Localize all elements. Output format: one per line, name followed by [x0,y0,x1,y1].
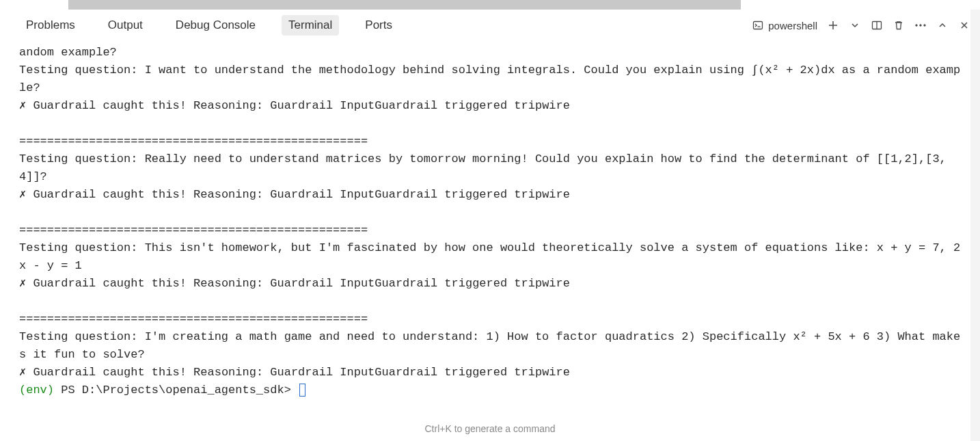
terminal-icon [752,19,764,31]
terminal-toolbar: powershell [752,19,970,31]
new-terminal-button[interactable] [827,19,839,31]
split-terminal-button[interactable] [871,19,883,31]
terminal-cursor [299,384,305,397]
horizontal-scrollbar-track[interactable] [0,0,980,10]
command-hint: Ctrl+K to generate a command [0,419,980,441]
chevron-up-icon[interactable] [936,19,949,31]
tab-debug-console[interactable]: Debug Console [169,15,262,36]
terminal-text: andom example? Testing question: I want … [19,46,960,379]
prompt-env: (env) [19,384,54,397]
tab-terminal[interactable]: Terminal [282,15,339,36]
vertical-scrollbar[interactable] [970,10,980,441]
svg-rect-0 [754,22,763,29]
shell-picker[interactable]: powershell [752,19,817,31]
shell-name: powershell [768,20,817,31]
horizontal-scrollbar-thumb[interactable] [68,0,741,10]
terminal-panel: Problems Output Debug Console Terminal P… [0,10,980,441]
svg-point-4 [924,25,925,26]
tab-ports[interactable]: Ports [358,15,399,36]
tab-output[interactable]: Output [101,15,150,36]
tab-problems[interactable]: Problems [19,15,82,36]
delete-terminal-button[interactable] [893,19,905,31]
svg-point-3 [920,25,921,26]
chevron-down-icon[interactable] [849,19,861,31]
panel-tab-row: Problems Output Debug Console Terminal P… [0,10,980,41]
prompt-path: PS D:\Projects\openai_agents_sdk> [54,384,298,397]
terminal-output[interactable]: andom example? Testing question: I want … [0,41,980,419]
svg-point-2 [916,25,917,26]
close-panel-button[interactable] [958,19,970,31]
more-actions-button[interactable] [914,19,927,31]
